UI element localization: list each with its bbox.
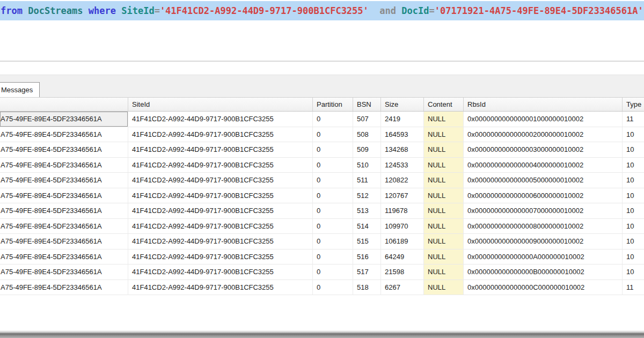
grid-cell[interactable]: NULL — [424, 188, 464, 204]
grid-cell[interactable]: 511 — [353, 173, 381, 188]
grid-cell[interactable]: 509 — [353, 142, 381, 158]
grid-cell[interactable]: 41F41CD2-A992-44D9-9717-900B1CFC3255 — [128, 249, 313, 265]
grid-cell[interactable]: 64249 — [381, 249, 424, 265]
grid-cell[interactable]: 10 — [623, 264, 644, 280]
grid-cell[interactable]: A75-49FE-89E4-5DF23346561A — [0, 142, 128, 158]
grid-cell[interactable]: A75-49FE-89E4-5DF23346561A — [0, 158, 128, 173]
grid-cell[interactable]: 0 — [313, 249, 353, 265]
grid-cell[interactable]: 10 — [623, 127, 644, 143]
grid-cell[interactable]: 10 — [623, 188, 644, 204]
grid-cell[interactable]: 41F41CD2-A992-44D9-9717-900B1CFC3255 — [128, 188, 313, 204]
column-header-size[interactable]: Size — [381, 98, 424, 111]
grid-cell[interactable]: 517 — [353, 264, 381, 280]
column-header-bsn[interactable]: BSN — [353, 98, 381, 111]
grid-cell[interactable]: A75-49FE-89E4-5DF23346561A — [0, 203, 128, 219]
grid-cell[interactable]: 0 — [313, 264, 353, 280]
grid-cell[interactable]: 0 — [313, 280, 353, 296]
grid-cell[interactable]: 0x0000000000000008000000010002 — [464, 219, 623, 234]
grid-cell[interactable]: 0x000000000000000C000000010002 — [464, 280, 623, 296]
grid-cell[interactable]: 0x0000000000000002000000010002 — [464, 127, 623, 143]
grid-cell[interactable]: A75-49FE-89E4-5DF23346561A — [0, 173, 128, 188]
grid-cell[interactable]: 41F41CD2-A992-44D9-9717-900B1CFC3255 — [128, 203, 313, 219]
grid-cell[interactable]: 10 — [623, 219, 644, 234]
grid-cell[interactable]: 0 — [313, 203, 353, 219]
grid-cell[interactable]: A75-49FE-89E4-5DF23346561A — [0, 280, 128, 296]
grid-cell[interactable]: 518 — [353, 280, 381, 296]
grid-cell[interactable]: 0x0000000000000006000000010002 — [464, 188, 623, 204]
grid-cell[interactable]: 119678 — [381, 203, 424, 219]
grid-cell[interactable]: 164593 — [381, 127, 424, 143]
column-header-content[interactable]: Content — [424, 98, 464, 111]
grid-cell[interactable]: 0 — [313, 188, 353, 204]
grid-cell[interactable]: NULL — [424, 280, 464, 296]
grid-cell[interactable]: 0 — [313, 219, 353, 234]
grid-cell[interactable]: 10 — [623, 158, 644, 173]
grid-cell[interactable]: 106189 — [381, 234, 424, 249]
grid-cell[interactable]: 10 — [623, 173, 644, 188]
grid-cell[interactable]: 0x0000000000000007000000010002 — [464, 203, 623, 219]
grid-cell[interactable]: 0 — [313, 234, 353, 249]
grid-cell[interactable]: NULL — [424, 158, 464, 173]
grid-cell[interactable]: 11 — [623, 112, 644, 127]
grid-cell[interactable]: 41F41CD2-A992-44D9-9717-900B1CFC3255 — [128, 112, 313, 127]
grid-cell[interactable]: 0 — [313, 127, 353, 143]
grid-cell[interactable]: 41F41CD2-A992-44D9-9717-900B1CFC3255 — [128, 127, 313, 143]
grid-cell[interactable]: 6267 — [381, 280, 424, 296]
grid-cell[interactable]: 0 — [313, 158, 353, 173]
grid-cell[interactable]: 41F41CD2-A992-44D9-9717-900B1CFC3255 — [128, 234, 313, 249]
grid-cell[interactable]: 0x0000000000000009000000010002 — [464, 234, 623, 249]
grid-cell[interactable]: 120822 — [381, 173, 424, 188]
grid-cell[interactable]: 510 — [353, 158, 381, 173]
grid-cell[interactable]: 507 — [353, 112, 381, 127]
grid-cell[interactable]: 0x0000000000000004000000010002 — [464, 158, 623, 173]
grid-cell[interactable]: 10 — [623, 234, 644, 249]
grid-cell[interactable]: 124533 — [381, 158, 424, 173]
grid-cell[interactable]: 134268 — [381, 142, 424, 158]
grid-cell[interactable]: 2419 — [381, 112, 424, 127]
grid-cell[interactable]: 0x000000000000000B000000010002 — [464, 264, 623, 280]
grid-cell[interactable]: 516 — [353, 249, 381, 265]
grid-cell[interactable]: 0 — [313, 173, 353, 188]
grid-cell[interactable]: NULL — [424, 142, 464, 158]
grid-cell[interactable]: 508 — [353, 127, 381, 143]
grid-cell[interactable]: A75-49FE-89E4-5DF23346561A — [0, 219, 128, 234]
grid-cell[interactable]: 41F41CD2-A992-44D9-9717-900B1CFC3255 — [128, 219, 313, 234]
grid-cell[interactable]: 109970 — [381, 219, 424, 234]
grid-cell[interactable]: 41F41CD2-A992-44D9-9717-900B1CFC3255 — [128, 173, 313, 188]
grid-cell[interactable]: 0x0000000000000001000000010002 — [464, 112, 623, 127]
bottom-splitter[interactable] — [0, 330, 644, 338]
grid-cell[interactable]: 11 — [623, 280, 644, 296]
tab-messages[interactable]: Messages — [0, 82, 40, 98]
grid-cell[interactable]: 10 — [623, 203, 644, 219]
grid-cell[interactable]: NULL — [424, 112, 464, 127]
grid-cell[interactable]: 10 — [623, 249, 644, 265]
grid-cell[interactable]: 41F41CD2-A992-44D9-9717-900B1CFC3255 — [128, 158, 313, 173]
column-header-partition[interactable]: Partition — [313, 98, 353, 111]
grid-cell[interactable]: NULL — [424, 173, 464, 188]
sql-editor-selected-line[interactable]: from DocStreams where SiteId='41F41CD2-A… — [0, 1, 644, 20]
grid-cell[interactable]: NULL — [424, 249, 464, 265]
grid-cell[interactable]: 0 — [313, 112, 353, 127]
grid-cell[interactable]: NULL — [424, 234, 464, 249]
grid-cell[interactable]: NULL — [424, 203, 464, 219]
grid-cell[interactable]: A75-49FE-89E4-5DF23346561A — [0, 127, 128, 143]
grid-cell[interactable]: 0x000000000000000A000000010002 — [464, 249, 623, 265]
grid-cell[interactable]: A75-49FE-89E4-5DF23346561A — [0, 112, 128, 127]
grid-cell[interactable]: A75-49FE-89E4-5DF23346561A — [0, 188, 128, 204]
grid-cell[interactable]: 0 — [313, 142, 353, 158]
grid-cell[interactable]: 41F41CD2-A992-44D9-9717-900B1CFC3255 — [128, 280, 313, 296]
grid-cell[interactable]: 515 — [353, 234, 381, 249]
grid-cell[interactable]: NULL — [424, 219, 464, 234]
grid-cell[interactable]: 41F41CD2-A992-44D9-9717-900B1CFC3255 — [128, 142, 313, 158]
column-header-type[interactable]: Type — [623, 98, 644, 111]
grid-cell[interactable]: 0x0000000000000003000000010002 — [464, 142, 623, 158]
grid-cell[interactable]: A75-49FE-89E4-5DF23346561A — [0, 249, 128, 265]
grid-cell[interactable]: A75-49FE-89E4-5DF23346561A — [0, 264, 128, 280]
grid-cell[interactable]: NULL — [424, 127, 464, 143]
column-header-rbsid[interactable]: RbsId — [464, 98, 623, 111]
grid-cell[interactable]: 120767 — [381, 188, 424, 204]
grid-cell[interactable]: NULL — [424, 264, 464, 280]
grid-cell[interactable]: 513 — [353, 203, 381, 219]
column-header-blank[interactable] — [0, 98, 128, 111]
grid-cell[interactable]: 10 — [623, 142, 644, 158]
